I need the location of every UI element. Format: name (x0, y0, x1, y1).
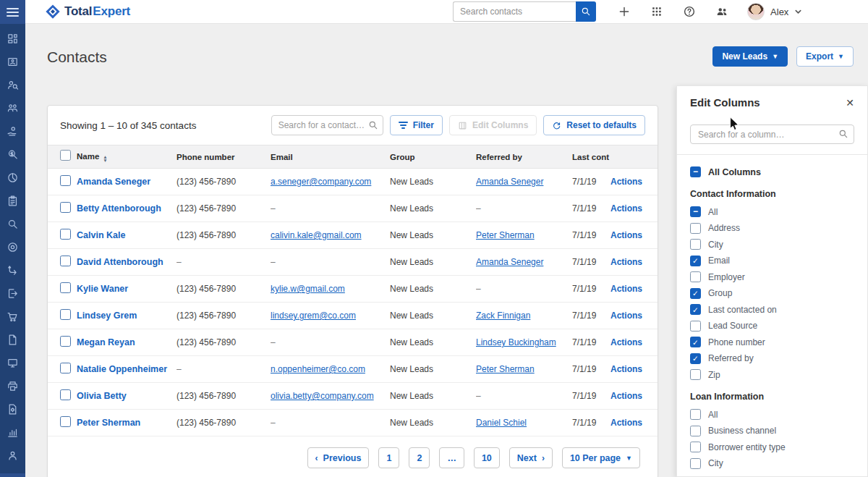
email-link[interactable]: olivia.betty@company.com (271, 391, 390, 401)
flow-icon[interactable] (7, 264, 19, 277)
referred-by-link[interactable]: Daniel Schiel (476, 418, 572, 428)
row-checkbox[interactable] (60, 363, 71, 373)
contact-name-link[interactable]: Amanda Seneger (77, 177, 176, 187)
hamburger-menu-icon[interactable] (0, 0, 25, 24)
profile-document-icon[interactable] (0, 473, 25, 477)
referred-by-link[interactable]: Peter Sherman (476, 230, 572, 240)
checkbox-email[interactable] (690, 256, 701, 266)
apps-icon[interactable] (650, 5, 663, 18)
export-icon[interactable] (7, 287, 19, 300)
actions-button[interactable]: Actions▼ (610, 230, 645, 240)
reset-to-defaults-button[interactable]: Reset to defaults (543, 115, 645, 135)
checkbox-address[interactable] (690, 223, 701, 234)
page-ellipsis-button[interactable]: … (439, 447, 464, 468)
contact-name-link[interactable]: Betty Attenborough (77, 203, 176, 214)
edit-columns-button[interactable]: Edit Columns (449, 115, 537, 135)
cart-icon[interactable] (7, 311, 19, 323)
users-icon[interactable] (715, 5, 728, 18)
sort-icon[interactable]: ▲▼ (103, 155, 107, 162)
actions-button[interactable]: Actions▼ (610, 311, 645, 321)
search-dollar-icon[interactable] (7, 148, 19, 161)
monitor-icon[interactable] (7, 357, 19, 369)
per-page-select[interactable]: 10 Per page▼ (562, 447, 640, 468)
contact-search-input[interactable] (271, 115, 383, 135)
next-page-button[interactable]: Next› (509, 447, 553, 468)
row-checkbox[interactable] (60, 175, 71, 186)
add-icon[interactable] (618, 5, 631, 18)
printer-icon[interactable] (7, 380, 19, 392)
actions-button[interactable]: Actions▼ (610, 284, 645, 294)
row-checkbox[interactable] (60, 229, 71, 240)
contact-name-link[interactable]: Calvin Kale (77, 230, 176, 240)
actions-button[interactable]: Actions▼ (610, 418, 645, 428)
checkbox-city[interactable] (690, 458, 701, 469)
dashboard-icon[interactable] (7, 33, 19, 45)
row-checkbox[interactable] (60, 309, 71, 320)
email-link[interactable]: calivin.kale@gmail.com (271, 230, 390, 240)
row-checkbox[interactable] (60, 416, 71, 427)
email-link[interactable]: a.seneger@company.com (271, 177, 390, 187)
select-all-checkbox[interactable] (60, 150, 71, 161)
contact-name-link[interactable]: Natalie Oppenheimer (77, 364, 176, 374)
checkbox-group[interactable] (690, 288, 701, 299)
help-icon[interactable] (683, 5, 696, 18)
contact-name-link[interactable]: David Attenborough (77, 257, 176, 267)
email-link[interactable]: n.oppenheimer@co.com (271, 364, 390, 374)
actions-button[interactable]: Actions▼ (610, 177, 645, 187)
email-link[interactable]: lindsey.grem@co.com (271, 311, 390, 321)
checkbox-referred-by[interactable] (690, 353, 701, 364)
contact-name-link[interactable]: Lindsey Grem (77, 311, 176, 321)
page-button-1[interactable]: 1 (378, 447, 399, 468)
referred-by-link[interactable]: Amanda Seneger (476, 177, 572, 187)
actions-button[interactable]: Actions▼ (610, 391, 645, 401)
row-checkbox[interactable] (60, 389, 71, 400)
actions-button[interactable]: Actions▼ (610, 364, 645, 374)
global-search-button[interactable] (576, 1, 596, 22)
hand-coin-icon[interactable] (7, 125, 19, 138)
page-button-2[interactable]: 2 (409, 447, 430, 468)
people-icon[interactable] (7, 102, 19, 114)
person-search-icon[interactable] (7, 79, 19, 91)
referred-by-link[interactable]: Amanda Seneger (476, 257, 572, 267)
row-checkbox[interactable] (60, 336, 71, 347)
user-menu[interactable]: Alex (747, 3, 802, 20)
search-icon[interactable] (7, 218, 19, 230)
new-leads-button[interactable]: New Leads▼ (712, 46, 788, 67)
contact-name-link[interactable]: Peter Sherman (77, 418, 176, 428)
checkbox-phone-number[interactable] (690, 337, 701, 347)
person-icon[interactable] (7, 449, 19, 462)
analytics-icon[interactable] (7, 426, 19, 439)
email-link[interactable]: kylie.w@gmail.com (271, 284, 390, 294)
filter-button[interactable]: Filter (390, 115, 443, 135)
row-checkbox[interactable] (60, 256, 71, 266)
checkbox-borrower-entity-type[interactable] (690, 442, 701, 452)
row-checkbox[interactable] (60, 282, 71, 293)
close-icon[interactable]: ✕ (846, 98, 854, 108)
checkbox-all[interactable] (690, 206, 701, 217)
contact-name-link[interactable]: Kylie Waner (77, 284, 176, 294)
totalexpert-logo[interactable]: TotalExpert (45, 4, 130, 20)
referred-by-link[interactable]: Zack Finnigan (476, 311, 572, 321)
all-columns-checkbox[interactable] (690, 166, 701, 177)
actions-button[interactable]: Actions▼ (610, 203, 645, 214)
checkbox-city[interactable] (690, 239, 701, 250)
contact-name-link[interactable]: Megan Reyan (77, 337, 176, 347)
column-search-input[interactable] (690, 124, 854, 144)
target-icon[interactable] (7, 241, 19, 253)
checkbox-employer[interactable] (690, 271, 701, 282)
contact-name-link[interactable]: Olivia Betty (77, 391, 176, 401)
contact-card-icon[interactable] (7, 56, 19, 68)
actions-button[interactable]: Actions▼ (610, 337, 645, 347)
checkbox-zip[interactable] (690, 369, 701, 380)
page-button-10[interactable]: 10 (474, 447, 500, 468)
checkbox-lead-source[interactable] (690, 321, 701, 332)
document-icon[interactable] (7, 334, 19, 346)
clipboard-icon[interactable] (7, 195, 19, 207)
document-gear-icon[interactable] (7, 403, 19, 415)
export-button[interactable]: Export▼ (796, 46, 854, 67)
column-header-name[interactable]: Name▲▼ (77, 152, 176, 162)
pie-chart-icon[interactable] (7, 172, 19, 184)
referred-by-link[interactable]: Peter Sherman (476, 364, 572, 374)
checkbox-business-channel[interactable] (690, 426, 701, 436)
row-checkbox[interactable] (60, 202, 71, 213)
